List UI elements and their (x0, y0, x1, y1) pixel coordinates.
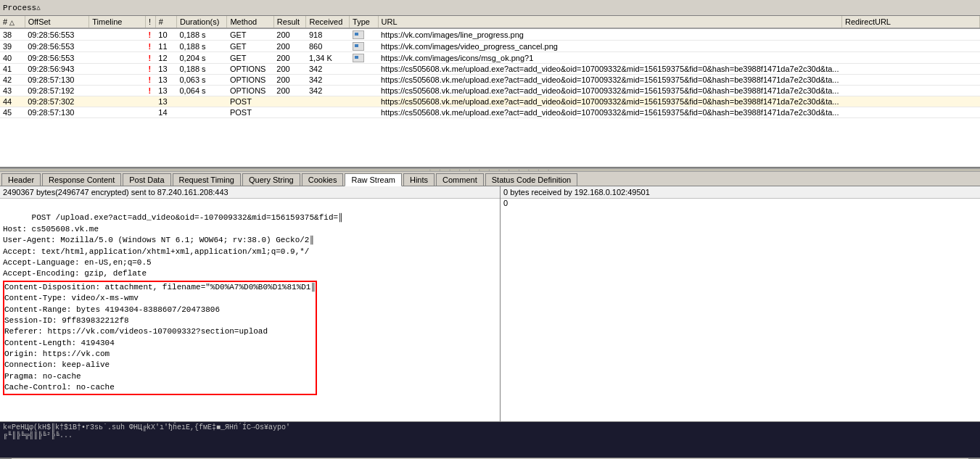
image-icon (353, 54, 364, 62)
binary-line-1: k«PeHЦφ(kH$║k†$1B†•r3sь˙.suh ФHЦ╔kX'ı'ђĥ… (3, 423, 977, 431)
col-header-type[interactable]: Type (350, 16, 378, 28)
table-cell: https://cs505608.vk.me/upload.exe?act=ad… (378, 75, 842, 86)
table-cell: ! (145, 52, 155, 64)
raw-line: User-Agent: Mozilla/5.0 (Windows NT 6.1;… (3, 236, 314, 244)
right-content-area: 0 (501, 199, 980, 208)
col-header-duration[interactable]: Duration(s) (176, 16, 226, 28)
table-row[interactable]: 3909:28:56:553!110,188 sGET200860https:/… (0, 41, 980, 52)
tab-response-content[interactable]: Response Content (42, 173, 121, 186)
tab-request-timing[interactable]: Request Timing (173, 173, 241, 186)
table-row[interactable]: 4009:28:56:553!120,204 sGET2001,34 Khttp… (0, 52, 980, 64)
table-cell (350, 64, 378, 75)
left-panel: 2490367 bytes(2496747 encrypted) sent to… (0, 186, 501, 421)
table-cell: ! (145, 41, 155, 52)
raw-line: POST /upload.exe?act=add_video&oid=-1070… (32, 213, 343, 222)
tab-hints[interactable]: Hints (403, 173, 435, 186)
raw-line: Accept-Language: en-US,en;q=0.5 (3, 258, 152, 267)
col-header-url[interactable]: URL (378, 16, 842, 28)
table-cell: 41 (0, 64, 25, 75)
table-cell: 860 (306, 41, 350, 52)
table-cell: GET (227, 52, 273, 64)
exclamation-mark: ! (148, 30, 151, 39)
table-row[interactable]: 4509:28:57:13014POSThttps://cs505608.vk.… (0, 107, 980, 118)
col-header-hash[interactable]: # (155, 16, 176, 28)
table-cell: 09:28:57:130 (25, 75, 89, 86)
table-cell: 200 (273, 28, 306, 41)
table-cell (842, 96, 980, 107)
exclamation-mark: ! (148, 65, 151, 73)
highlighted-line: Pragma: no-cache (4, 372, 81, 381)
col-header-offset[interactable]: OffSet (25, 16, 89, 28)
col-header-received[interactable]: Received (306, 16, 350, 28)
table-cell: 13 (155, 96, 176, 107)
table-header-row: # △ OffSet Timeline ! # Duration(s) Meth… (0, 16, 980, 28)
col-header-timeline[interactable]: Timeline (89, 16, 146, 28)
table-cell: 12 (155, 52, 176, 64)
table-cell: 1,34 K (306, 52, 350, 64)
table-cell: 09:28:56:553 (25, 52, 89, 64)
tab-query-string[interactable]: Query String (242, 173, 300, 186)
table-cell: https://cs505608.vk.me/upload.exe?act=ad… (378, 107, 842, 118)
table-cell (842, 107, 980, 118)
table-cell (145, 96, 155, 107)
table-cell (89, 41, 146, 52)
exclamation-mark: ! (148, 86, 151, 95)
exclamation-mark: ! (148, 54, 151, 62)
table-row[interactable]: 4109:28:56:943!130,188 sOPTIONS200342htt… (0, 64, 980, 75)
table-cell: https://cs505608.vk.me/upload.exe?act=ad… (378, 96, 842, 107)
highlighted-block: Content-Disposition: attachment, filenam… (3, 281, 317, 395)
table-cell: 09:28:56:943 (25, 64, 89, 75)
table-cell (89, 107, 146, 118)
table-cell: GET (227, 41, 273, 52)
table-cell: ! (145, 64, 155, 75)
tab-header[interactable]: Header (1, 173, 41, 186)
table-cell: 342 (306, 64, 350, 75)
table-cell (350, 86, 378, 96)
col-header-result[interactable]: Result (273, 16, 306, 28)
table-cell (89, 64, 146, 75)
highlighted-line: Referer: https://vk.com/videos-107009332… (4, 327, 268, 336)
highlighted-line: Content-Type: video/x-ms-wmv (4, 294, 139, 302)
table-row[interactable]: 3809:28:56:553!100,188 sGET200918https:/… (0, 28, 980, 41)
table-container: # △ OffSet Timeline ! # Duration(s) Meth… (0, 16, 980, 168)
right-status-bar: 0 bytes received by 192.168.0.102:49501 (501, 186, 980, 199)
left-status-bar: 2490367 bytes(2496747 encrypted) sent to… (0, 186, 500, 199)
table-cell (273, 107, 306, 118)
col-header-no[interactable]: # △ (0, 16, 25, 28)
table-cell: https://cs505608.vk.me/upload.exe?act=ad… (378, 86, 842, 96)
exclamation-mark: ! (148, 75, 151, 84)
table-cell: 200 (273, 64, 306, 75)
raw-stream-text: POST /upload.exe?act=add_video&oid=-1070… (0, 199, 500, 399)
table-cell: 918 (306, 28, 350, 41)
image-icon (353, 42, 364, 51)
table-cell: ! (145, 28, 155, 41)
table-cell: 342 (306, 75, 350, 86)
table-row[interactable]: 4309:28:57:192!130,064 sOPTIONS200342htt… (0, 86, 980, 96)
table-cell: 38 (0, 28, 25, 41)
table-cell: 09:28:57:192 (25, 86, 89, 96)
col-header-redirect[interactable]: RedirectURL (842, 16, 980, 28)
col-header-method[interactable]: Method (227, 16, 273, 28)
right-panel: 0 bytes received by 192.168.0.102:49501 … (501, 186, 980, 421)
table-cell: 0,204 s (176, 52, 226, 64)
table-cell: 09:28:56:553 (25, 28, 89, 41)
tab-raw-stream[interactable]: Raw Stream (345, 173, 402, 186)
tab-comment[interactable]: Comment (436, 173, 484, 186)
table-cell (842, 28, 980, 41)
tab-status-code-def[interactable]: Status Code Definition (485, 173, 577, 186)
raw-stream-content[interactable]: POST /upload.exe?act=add_video&oid=-1070… (0, 199, 500, 421)
table-row[interactable]: 4409:28:57:30213POSThttps://cs505608.vk.… (0, 96, 980, 107)
right-status-text: 0 bytes received by 192.168.0.102:49501 (503, 188, 650, 197)
table-cell: OPTIONS (227, 75, 273, 86)
raw-line: Accept-Encoding: gzip, deflate (3, 269, 147, 278)
table-cell: 40 (0, 52, 25, 64)
table-cell: 44 (0, 96, 25, 107)
col-header-exc[interactable]: ! (145, 16, 155, 28)
tab-post-data[interactable]: Post Data (123, 173, 170, 186)
image-icon (353, 30, 364, 39)
table-row[interactable]: 4209:28:57:130!130,063 sOPTIONS200342htt… (0, 75, 980, 86)
tab-cookies[interactable]: Cookies (302, 173, 344, 186)
table-cell (350, 96, 378, 107)
tab-bar: HeaderResponse ContentPost DataRequest T… (0, 172, 980, 186)
table-cell (176, 96, 226, 107)
